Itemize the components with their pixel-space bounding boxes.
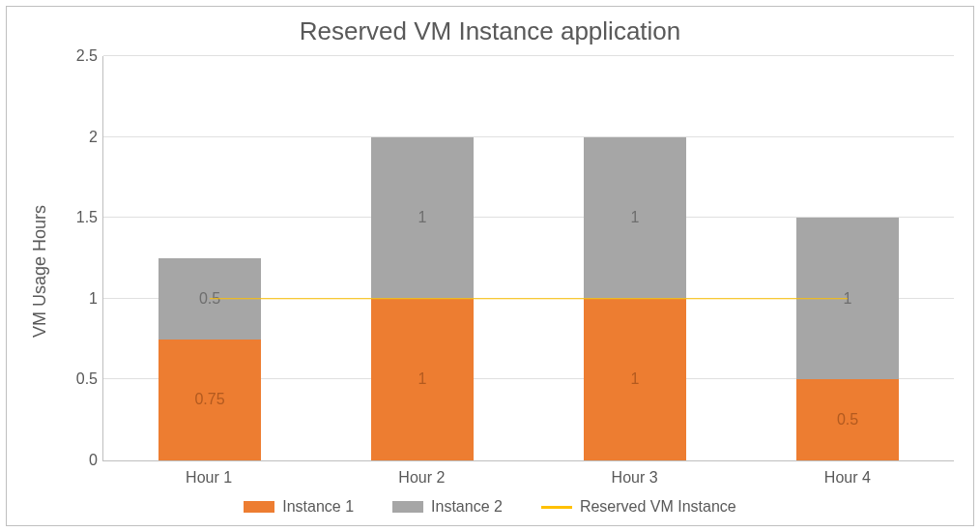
- x-axis: Hour 1 Hour 2 Hour 3 Hour 4: [102, 461, 954, 487]
- bar-seg-instance-1: 0.75: [159, 340, 261, 460]
- bar-seg-instance-1: 1: [371, 299, 474, 460]
- data-label: 1: [631, 209, 640, 226]
- ytick: 1.5: [76, 209, 98, 226]
- bar-seg-instance-2: 1: [371, 137, 474, 299]
- legend-label: Reserved VM Instance: [580, 498, 736, 516]
- plot-row: VM Usage Hours 0 0.5 1 1.5 2 2.5: [26, 56, 954, 487]
- legend-swatch: [244, 501, 274, 513]
- bar-hour-1: 0.5 0.75: [159, 56, 261, 460]
- data-label: 0.5: [837, 411, 858, 429]
- xtick: Hour 4: [796, 469, 899, 487]
- ytick: 0.5: [76, 370, 98, 388]
- ytick: 0: [89, 452, 98, 469]
- plot-area: 0 0.5 1 1.5 2 2.5 0.5: [102, 56, 954, 461]
- bar-seg-instance-2: 1: [796, 218, 899, 379]
- ytick: 1: [89, 290, 98, 308]
- xtick: Hour 2: [371, 469, 474, 487]
- xtick: Hour 1: [158, 469, 260, 487]
- ytick: 2.5: [76, 47, 98, 65]
- bar-seg-instance-1: 1: [584, 299, 686, 460]
- bar-hour-3: 1 1: [584, 56, 686, 460]
- data-label: 0.75: [194, 391, 224, 408]
- chart-title: Reserved VM Instance application: [26, 16, 954, 46]
- data-label: 1: [418, 209, 427, 226]
- legend-swatch: [392, 501, 423, 513]
- legend-item-instance-2: Instance 2: [392, 498, 503, 516]
- legend: Instance 1 Instance 2 Reserved VM Instan…: [26, 487, 954, 516]
- bar-seg-instance-2: 0.5: [159, 258, 261, 340]
- y-axis-label: VM Usage Hours: [26, 56, 54, 487]
- bar-seg-instance-1: 0.5: [796, 379, 899, 460]
- plot-wrap: 0 0.5 1 1.5 2 2.5 0.5: [54, 56, 954, 487]
- y-ticks: 0 0.5 1 1.5 2 2.5: [55, 56, 98, 460]
- bar-seg-instance-2: 1: [584, 137, 686, 299]
- legend-label: Instance 1: [282, 498, 354, 516]
- bars-container: 0.5 0.75 1 1 1 1 1 0.5: [103, 56, 954, 460]
- xtick: Hour 3: [584, 469, 686, 487]
- bar-hour-2: 1 1: [371, 56, 474, 460]
- ytick: 2: [89, 129, 98, 146]
- legend-line-icon: [541, 506, 572, 509]
- chart-frame: Reserved VM Instance application VM Usag…: [6, 6, 974, 526]
- data-label: 1: [844, 290, 852, 308]
- bar-hour-4: 1 0.5: [796, 56, 899, 460]
- legend-item-reserved: Reserved VM Instance: [541, 498, 736, 516]
- data-label: 1: [418, 370, 427, 388]
- legend-label: Instance 2: [431, 498, 503, 516]
- data-label: 1: [631, 370, 640, 388]
- legend-item-instance-1: Instance 1: [244, 498, 354, 516]
- data-label: 0.5: [199, 290, 220, 308]
